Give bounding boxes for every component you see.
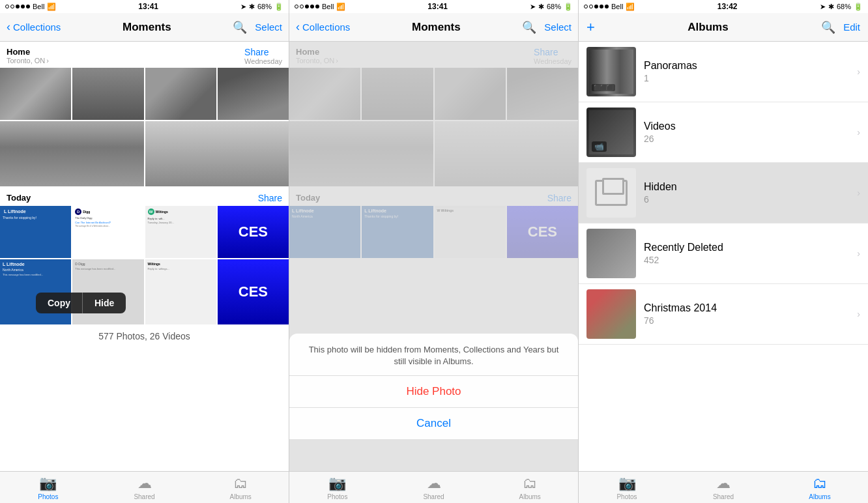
photo-cell-1[interactable] (0, 68, 71, 120)
panoramas-name: Panoramas (644, 60, 857, 72)
search-icon-1[interactable]: 🔍 (233, 20, 247, 35)
section-title-today-1: Today (7, 193, 31, 203)
copy-button[interactable]: Copy (36, 293, 82, 313)
day-label-1: Wednesday (244, 57, 282, 65)
recently-deleted-thumbnail (586, 229, 636, 278)
album-row-videos[interactable]: 📹 Videos 26 › (579, 102, 868, 163)
search-icon-2[interactable]: 🔍 (522, 20, 536, 35)
album-row-recently-deleted[interactable]: Recently Deleted 452 › (579, 223, 868, 284)
panel-1: Bell 📶 13:41 ➤ ✱ 68% 🔋 ‹ Collections Mom… (0, 0, 289, 503)
tab-shared-2[interactable]: ☁ Shared (386, 475, 482, 500)
status-bar-3: Bell 📶 13:42 ➤ ✱ 68% 🔋 (579, 0, 868, 13)
albums-edit-button[interactable]: Edit (843, 22, 860, 33)
tab-shared-1[interactable]: ☁ Shared (96, 475, 193, 500)
album-row-hidden[interactable]: Hidden 6 › (579, 163, 868, 223)
dot-4 (21, 5, 25, 8)
battery-label-3: 68% (837, 3, 851, 10)
wifi-icon-3: 📶 (626, 3, 635, 11)
tab-photos-3[interactable]: 📷 Photos (579, 475, 675, 500)
albums-search-icon[interactable]: 🔍 (821, 20, 835, 35)
select-button-2[interactable]: Select (544, 22, 571, 33)
recently-deleted-chevron: › (857, 248, 860, 259)
christmas-chevron: › (857, 309, 860, 319)
albums-tab-label-3: Albums (809, 493, 830, 500)
photo-cell-5[interactable] (0, 121, 144, 186)
tab-bar-2: 📷 Photos ☁ Shared 🗂 Albums (289, 471, 578, 503)
shared-tab-label-2: Shared (423, 493, 444, 500)
nav-left-1[interactable]: ‹ Collections (7, 20, 61, 34)
carrier-label-3: Bell (611, 3, 623, 10)
photo-cell-6[interactable] (145, 121, 289, 186)
photo-count: 577 Photos, 26 Videos (0, 326, 289, 347)
tab-photos-2[interactable]: 📷 Photos (289, 475, 386, 500)
albums-tab-label-2: Albums (519, 493, 541, 500)
content-area-2: Home Toronto, ON › Share Wednesday (289, 42, 578, 471)
hidden-thumbnail (586, 168, 636, 218)
shared-tab-icon-3: ☁ (716, 475, 731, 492)
photo-cell-4[interactable] (218, 68, 289, 120)
wifi-icon-2: 📶 (336, 3, 345, 11)
add-album-button[interactable]: + (586, 19, 595, 36)
dot2-4 (310, 5, 314, 8)
collections-back-label[interactable]: Collections (13, 22, 61, 33)
location-icon-3: ➤ (820, 3, 826, 11)
nav-left-2[interactable]: ‹ Collections (296, 20, 350, 34)
dot2-1 (295, 5, 298, 8)
shared-tab-label-1: Shared (134, 493, 154, 500)
hide-button[interactable]: Hide (83, 293, 126, 313)
hidden-count: 6 (644, 194, 857, 205)
photo-cell-today-8-ces[interactable]: CES (218, 259, 289, 324)
albums-tab-icon-2: 🗂 (523, 475, 537, 492)
photo-cell-today-4-ces[interactable]: CES (218, 206, 289, 258)
photo-cell-today-2[interactable]: D Digg The Daily Digg Can The Internet B… (72, 206, 143, 258)
back-arrow-icon[interactable]: ‹ (7, 20, 10, 34)
photos-tab-label-3: Photos (616, 493, 637, 500)
shared-tab-label-3: Shared (713, 493, 734, 500)
back-arrow-icon-2[interactable]: ‹ (296, 20, 300, 34)
share-button-today-1[interactable]: Share (258, 193, 282, 203)
tab-photos-1[interactable]: 📷 Photos (0, 475, 96, 500)
tab-shared-3[interactable]: ☁ Shared (675, 475, 772, 500)
share-button-home-1[interactable]: Share (244, 47, 282, 57)
recently-deleted-count: 452 (644, 255, 857, 265)
tab-albums-2[interactable]: 🗂 Albums (482, 475, 578, 500)
hide-photo-button[interactable]: Hide Photo (289, 376, 578, 408)
photos-tab-icon-3: 📷 (618, 475, 636, 492)
ces-label: CES (218, 206, 289, 258)
photo-cell-today-1[interactable]: L Liftnode Thanks for stopping by! (0, 206, 71, 258)
select-button-1[interactable]: Select (255, 22, 282, 33)
collections-back-label-2[interactable]: Collections (302, 22, 350, 33)
signal-dots (5, 5, 30, 8)
status-bar-1: Bell 📶 13:41 ➤ ✱ 68% 🔋 (0, 0, 289, 13)
wifi-icon: 📶 (47, 3, 56, 11)
videos-chevron: › (857, 127, 860, 137)
chevron-right-icon: › (46, 57, 49, 65)
photo-cell-today-7[interactable]: Wiltings Reply to: wiltings... (145, 259, 216, 324)
album-row-panoramas[interactable]: ⬛⬛⬛ Panoramas 1 › (579, 42, 868, 102)
photo-cell-3[interactable] (145, 68, 216, 120)
section-header-home-1: Home Toronto, ON › Share Wednesday (0, 42, 289, 68)
photo-cell-today-6[interactable]: D Digg This message has been modified... (72, 259, 143, 324)
tab-bar-1: 📷 Photos ☁ Shared 🗂 Albums (0, 471, 289, 503)
battery-icon-2: 🔋 (564, 3, 573, 11)
tab-albums-1[interactable]: 🗂 Albums (192, 475, 289, 500)
status-right-2: ➤ ✱ 68% 🔋 (530, 3, 573, 11)
dot3-5 (605, 5, 609, 8)
shared-tab-icon-2: ☁ (427, 475, 441, 492)
shared-tab-icon-1: ☁ (137, 475, 152, 492)
photo-grid-row1-1 (0, 68, 289, 121)
christmas-count: 76 (644, 315, 857, 326)
photo-grid-today-1: L Liftnode Thanks for stopping by! D Dig… (0, 206, 289, 259)
status-left-1: Bell 📶 (5, 3, 56, 11)
christmas-name: Christmas 2014 (644, 302, 857, 314)
photo-cell-today-5[interactable]: L Liftnode North America This message ha… (0, 259, 71, 324)
hidden-info: Hidden 6 (636, 181, 857, 205)
nav-right-2: 🔍 Select (522, 20, 571, 35)
photo-cell-2[interactable] (72, 68, 143, 120)
panoramas-chevron: › (857, 66, 860, 77)
cancel-button-2[interactable]: Cancel (289, 408, 578, 439)
tab-albums-3[interactable]: 🗂 Albums (772, 475, 868, 500)
album-row-christmas[interactable]: Christmas 2014 76 › (579, 284, 868, 345)
bluetooth-icon: ✱ (249, 3, 255, 11)
photo-cell-today-3[interactable]: W Wiltings Reply to: wilt... Tuesday, Ja… (145, 206, 216, 258)
